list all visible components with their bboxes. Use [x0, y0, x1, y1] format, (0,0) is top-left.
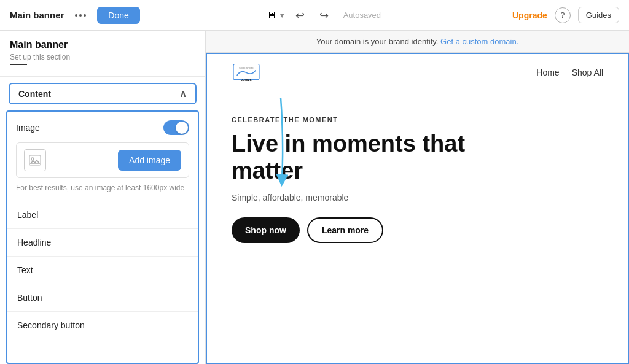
- toolbar: Main banner Done 🖥 ▼ ↩ ↪ Autosaved Upgra…: [0, 0, 629, 31]
- panel-section-title: Main banner: [10, 39, 195, 50]
- list-item-text[interactable]: Text: [7, 257, 198, 284]
- add-image-button[interactable]: Add image: [118, 150, 181, 171]
- content-section: Image Add image For best re: [6, 110, 199, 364]
- guides-button[interactable]: Guides: [578, 7, 619, 23]
- subtitle-underline: [10, 64, 27, 65]
- content-tab-row: Content ∧: [0, 77, 205, 110]
- toolbar-left: Main banner Done: [10, 7, 140, 24]
- help-button[interactable]: ?: [555, 7, 571, 23]
- device-selector[interactable]: 🖥 ▼: [267, 10, 286, 21]
- hero-section: CELEBRATE THE MOMENT Live in moments tha…: [207, 91, 628, 274]
- hero-headline: Live in moments that matter: [232, 131, 490, 184]
- right-area: Your domain is your brand identity. Get …: [206, 31, 629, 364]
- learn-more-button[interactable]: Learn more: [307, 217, 383, 243]
- list-item-label[interactable]: Label: [7, 201, 198, 229]
- svg-text:SHOE STORE: SHOE STORE: [239, 67, 254, 69]
- panel-header: Main banner Set up this section: [0, 31, 205, 77]
- panel-title: Main banner: [10, 10, 64, 20]
- image-block: Image Add image For best re: [7, 112, 198, 201]
- undo-button[interactable]: ↩: [291, 6, 310, 25]
- chevron-up-icon: ∧: [179, 88, 187, 99]
- svg-point-0: [31, 158, 34, 160]
- hero-buttons: Shop now Learn more: [232, 217, 603, 243]
- list-item-headline[interactable]: Headline: [7, 229, 198, 257]
- desktop-icon: 🖥: [267, 10, 276, 21]
- more-options-button[interactable]: [71, 12, 90, 19]
- panel-subtitle: Set up this section: [10, 53, 195, 65]
- site-nav-links: Home Shop All: [536, 68, 603, 77]
- main-layout: Main banner Set up this section Content …: [0, 31, 629, 364]
- upgrade-button[interactable]: Upgrade: [512, 10, 547, 20]
- image-toggle[interactable]: [163, 120, 189, 135]
- svg-text:JOHN'S: JOHN'S: [241, 79, 252, 82]
- redo-button[interactable]: ↪: [314, 6, 334, 25]
- toolbar-right: Upgrade ? Guides: [512, 7, 619, 23]
- hero-text: Simple, affordable, memorable: [232, 193, 603, 203]
- device-chevron: ▼: [279, 12, 286, 19]
- list-item-button[interactable]: Button: [7, 284, 198, 312]
- done-button[interactable]: Done: [97, 7, 139, 24]
- autosaved-status: Autosaved: [343, 10, 381, 20]
- svg-rect-2: [233, 64, 259, 80]
- site-nav: JOHN'S SHOE STORE Home Shop All: [207, 54, 628, 91]
- site-logo: JOHN'S SHOE STORE: [232, 61, 261, 83]
- nav-home[interactable]: Home: [536, 68, 559, 77]
- content-tab[interactable]: Content ∧: [9, 83, 197, 104]
- left-panel: Main banner Set up this section Content …: [0, 31, 206, 364]
- toolbar-center: 🖥 ▼ ↩ ↪ Autosaved: [267, 6, 386, 25]
- domain-banner-text: Your domain is your brand identity.: [316, 37, 439, 46]
- image-upload-area: Add image: [16, 142, 189, 178]
- shop-now-button[interactable]: Shop now: [232, 217, 300, 243]
- upload-icon: [24, 149, 46, 171]
- domain-banner-link[interactable]: Get a custom domain.: [440, 37, 518, 46]
- nav-shop-all[interactable]: Shop All: [572, 68, 603, 77]
- image-hint: For best results, use an image at least …: [16, 183, 189, 193]
- list-item-secondary-button[interactable]: Secondary button: [7, 312, 198, 339]
- toggle-knob: [176, 122, 188, 134]
- hero-label: CELEBRATE THE MOMENT: [232, 116, 603, 123]
- domain-banner: Your domain is your brand identity. Get …: [206, 31, 629, 53]
- content-tab-label: Content: [18, 89, 51, 99]
- image-row: Image: [16, 120, 189, 135]
- website-preview: JOHN'S SHOE STORE Home Shop All: [206, 53, 629, 364]
- image-label: Image: [16, 123, 40, 133]
